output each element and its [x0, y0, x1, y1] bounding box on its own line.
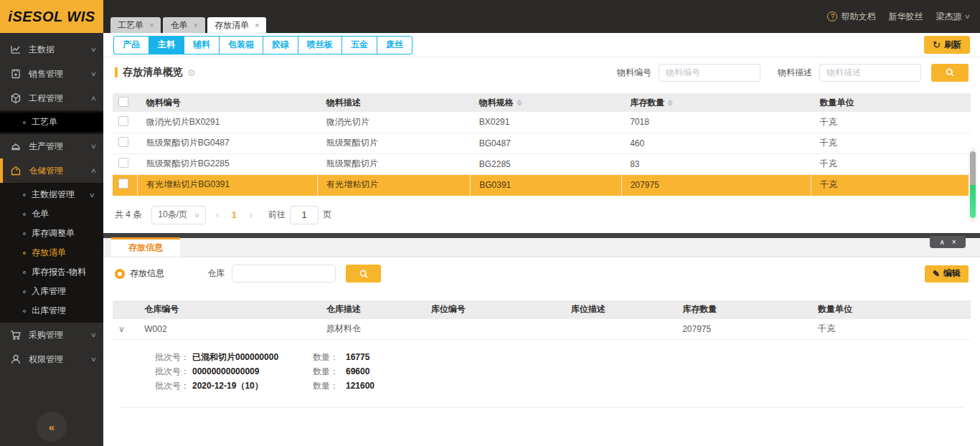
- category-tab-spinneret[interactable]: 喷丝板: [298, 36, 342, 54]
- category-tab-waste-silk[interactable]: 废丝: [377, 36, 413, 54]
- col-material-desc: 物料描述: [318, 93, 471, 112]
- close-icon[interactable]: ×: [149, 21, 154, 29]
- sidebar-subitem-label: 库存调整单: [32, 227, 75, 239]
- table-row-selected[interactable]: 有光增粘切片BG0391 有光增粘切片 BG0391 207975 千克: [113, 174, 971, 195]
- storage-info-radio[interactable]: [115, 269, 125, 279]
- sidebar-item-engineering[interactable]: 工程管理 ∧: [0, 86, 103, 110]
- sidebar-subitem-inbound[interactable]: 入库管理: [0, 282, 103, 301]
- detail-filter-row: 存放信息 仓库 ✎ 编辑: [103, 260, 980, 288]
- col-material-spec[interactable]: 物料规格: [471, 93, 621, 112]
- edit-button[interactable]: ✎ 编辑: [925, 265, 969, 283]
- table-row[interactable]: 瓶级聚酯切片BG2285 瓶级聚酯切片 BG2285 83 千克: [113, 153, 971, 174]
- col-stock-qty: 库存数量: [674, 300, 809, 319]
- row-checkbox[interactable]: [118, 179, 128, 189]
- bullet-icon: [23, 121, 26, 124]
- user-menu[interactable]: 梁杰源 ∨: [936, 11, 970, 23]
- close-icon[interactable]: ×: [193, 21, 197, 29]
- window-tabs: 工艺单 × 仓单 × 存放清单 ×: [110, 17, 266, 33]
- sidebar-item-warehouse[interactable]: 仓储管理 ∧: [0, 158, 103, 183]
- sidebar-item-permissions[interactable]: 权限管理 ∨: [0, 347, 103, 371]
- sidebar-item-label: 仓储管理: [29, 165, 63, 177]
- close-panel-icon[interactable]: ×: [952, 239, 956, 246]
- bullet-icon: [23, 271, 26, 274]
- sidebar-item-production[interactable]: 生产管理 ∨: [0, 134, 103, 158]
- col-location-code: 库位编号: [423, 300, 562, 319]
- material-code-input[interactable]: [659, 64, 760, 82]
- goto-page-input[interactable]: [290, 206, 319, 224]
- refresh-button[interactable]: ↻ 刷新: [924, 36, 970, 54]
- close-icon[interactable]: ×: [255, 21, 259, 29]
- sidebar-item-master-data[interactable]: 主数据 ∨: [0, 37, 103, 62]
- panel-splitter[interactable]: [103, 233, 980, 238]
- col-stock-qty[interactable]: 库存数量: [621, 93, 811, 112]
- overview-filters: 物料编号 物料描述: [617, 64, 969, 82]
- prev-page-button[interactable]: ‹: [212, 209, 223, 220]
- gear-icon[interactable]: ⚙: [187, 67, 196, 78]
- sidebar-item-sales[interactable]: 销售管理 ∨: [0, 62, 103, 86]
- batch-qty: 69600: [346, 364, 369, 379]
- row-expand-icon[interactable]: ∨: [118, 324, 125, 334]
- category-tab-auxiliary[interactable]: 辅料: [184, 36, 220, 54]
- category-tab-hardware[interactable]: 五金: [341, 36, 377, 54]
- sort-icon[interactable]: [667, 100, 673, 106]
- search-button[interactable]: [931, 64, 969, 82]
- warehouse-label: 仓库: [207, 267, 225, 280]
- category-tab-rubber-roller[interactable]: 胶碌: [263, 36, 298, 54]
- detail-panel: 存放信息 存放信息 仓库 ✎ 编辑 仓库编号 仓库描述: [103, 238, 980, 409]
- chevron-down-icon: ∨: [89, 191, 95, 199]
- material-desc-input[interactable]: [819, 64, 921, 82]
- chevron-down-icon: ∨: [90, 356, 97, 363]
- bullet-icon: [23, 194, 26, 196]
- sidebar-item-label: 主数据: [29, 44, 55, 56]
- app-logo: iSESOL WIS: [0, 0, 103, 33]
- warehouse-input[interactable]: [232, 265, 336, 283]
- sidebar: iSESOL WIS 主数据 ∨ 销售管理 ∨ 工程管理 ∧ 工艺单 生产管理 …: [0, 0, 103, 446]
- page-size-select[interactable]: 10条/页 ∨: [151, 206, 205, 224]
- detail-tab-bar: 存放信息: [103, 238, 980, 257]
- window-tab-storage-list[interactable]: 存放清单 ×: [207, 17, 266, 33]
- help-link[interactable]: ? 帮助文档: [827, 11, 875, 23]
- sidebar-collapse-button[interactable]: «: [37, 412, 67, 442]
- category-tab-packing-box[interactable]: 包装箱: [219, 36, 263, 54]
- help-icon: ?: [827, 11, 837, 22]
- chevron-down-icon: ∨: [90, 70, 97, 77]
- batch-qty: 16775: [346, 350, 369, 364]
- detail-row[interactable]: ∨ W002 原材料仓 207975 千克: [113, 319, 971, 340]
- sidebar-subitem-process-order[interactable]: 工艺单: [0, 113, 103, 132]
- row-checkbox[interactable]: [118, 137, 128, 147]
- sidebar-subitem-warehouse-order[interactable]: 仓单: [0, 204, 103, 224]
- qty-label: 数量：: [313, 350, 346, 364]
- overview-table-wrap: 物料编号 物料描述 物料规格 库存数量 数量单位 微消光切片BX0291 微消光…: [103, 87, 980, 196]
- sidebar-subitem-storage-list[interactable]: 存放清单: [0, 243, 103, 262]
- bullet-icon: [23, 213, 26, 216]
- table-row[interactable]: 瓶级聚酯切片BG0487 瓶级聚酯切片 BG0487 460 千克: [113, 133, 971, 153]
- col-qty-unit: 数量单位: [811, 93, 971, 112]
- submenu-warehouse: 主数据管理 ∨ 仓单 库存调整单 存放清单 库存报告-物料 入库管理: [0, 183, 103, 323]
- detail-tab-storage-info[interactable]: 存放信息: [111, 237, 180, 257]
- sidebar-item-purchase[interactable]: 采购管理 ∨: [0, 323, 103, 347]
- sidebar-subitem-outbound[interactable]: 出库管理: [0, 301, 103, 321]
- topbar: ? 帮助文档 新华胶丝 梁杰源 ∨ 工艺单 × 仓单 × 存放清单 ×: [103, 0, 980, 33]
- window-tab-warehouse-order[interactable]: 仓单 ×: [163, 17, 204, 33]
- sidebar-subitem-label: 工艺单: [32, 116, 57, 128]
- sidebar-subitem-inventory-report[interactable]: 库存报告-物料: [0, 262, 103, 282]
- category-tab-product[interactable]: 产品: [113, 36, 149, 54]
- detail-search-button[interactable]: [346, 265, 381, 283]
- scrollbar-thumb[interactable]: [970, 151, 976, 218]
- row-checkbox[interactable]: [118, 158, 128, 168]
- category-tab-main-material[interactable]: 主料: [149, 36, 184, 54]
- row-checkbox[interactable]: [118, 116, 128, 126]
- submenu-engineering: 工艺单: [0, 110, 103, 134]
- sidebar-subitem-master-data-mgmt[interactable]: 主数据管理 ∨: [0, 185, 103, 204]
- sort-icon[interactable]: [517, 100, 522, 106]
- sidebar-subitem-inventory-adjust[interactable]: 库存调整单: [0, 224, 103, 243]
- next-page-button[interactable]: ›: [245, 209, 257, 220]
- table-row[interactable]: 微消光切片BX0291 微消光切片 BX0291 7018 千克: [113, 112, 971, 133]
- warehouse-icon: [10, 165, 22, 176]
- current-page[interactable]: 1: [229, 210, 240, 220]
- collapse-panel-icon[interactable]: ∧: [939, 239, 944, 246]
- sidebar-subitem-label: 主数据管理: [32, 189, 75, 201]
- select-all-checkbox[interactable]: [118, 97, 128, 107]
- window-tab-process-order[interactable]: 工艺单 ×: [110, 17, 161, 33]
- search-icon: [359, 269, 369, 279]
